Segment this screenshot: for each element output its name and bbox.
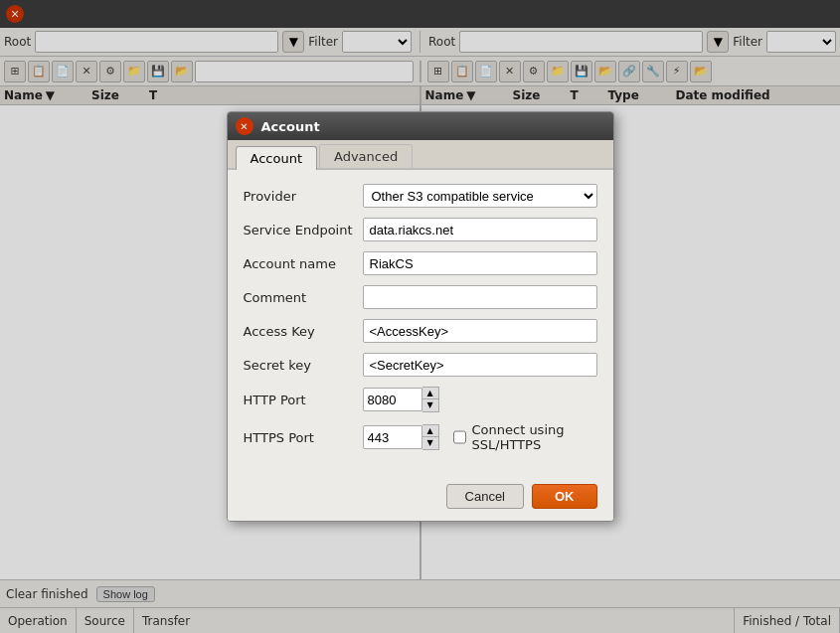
modal-body: Provider Other S3 compatible service Ama…: [228, 170, 613, 476]
modal-footer: Cancel OK: [228, 476, 613, 521]
account-name-label: Account name: [244, 256, 363, 271]
http-port-spinner: ▲ ▼: [363, 387, 439, 412]
account-name-row: Account name: [244, 251, 597, 275]
ssl-label: Connect using SSL/HTTPS: [472, 422, 597, 452]
tab-advanced[interactable]: Advanced: [319, 144, 413, 168]
http-port-up-btn[interactable]: ▲: [422, 388, 438, 399]
service-endpoint-row: Service Endpoint: [244, 218, 597, 241]
https-port-input[interactable]: [363, 425, 422, 449]
http-port-down-btn[interactable]: ▼: [422, 399, 438, 411]
modal-tabs: Account Advanced: [228, 140, 613, 170]
access-key-label: Access Key: [244, 324, 363, 339]
http-port-spinner-btns: ▲ ▼: [422, 387, 439, 412]
ok-button[interactable]: OK: [532, 484, 597, 509]
provider-row: Provider Other S3 compatible service Ama…: [244, 184, 597, 208]
service-endpoint-input[interactable]: [363, 218, 597, 241]
https-port-label: HTTPS Port: [244, 430, 363, 445]
tab-account[interactable]: Account: [236, 146, 318, 170]
modal-close-button[interactable]: ✕: [236, 117, 253, 135]
http-port-label: HTTP Port: [244, 393, 363, 407]
comment-row: Comment: [244, 285, 597, 309]
modal-title: Account: [261, 119, 320, 134]
secret-key-label: Secret key: [244, 358, 363, 373]
comment-input[interactable]: [363, 285, 597, 309]
cancel-button[interactable]: Cancel: [446, 484, 524, 509]
https-port-spinner-btns: ▲ ▼: [422, 424, 439, 450]
provider-label: Provider: [244, 189, 363, 204]
access-key-input[interactable]: [363, 319, 597, 343]
service-endpoint-label: Service Endpoint: [244, 223, 363, 237]
access-key-row: Access Key: [244, 319, 597, 343]
secret-key-row: Secret key: [244, 353, 597, 377]
provider-select[interactable]: Other S3 compatible service Amazon S3 Go…: [363, 184, 597, 208]
https-port-section: ▲ ▼ Connect using SSL/HTTPS: [363, 422, 597, 452]
modal-titlebar: ✕ Account: [228, 112, 613, 140]
http-port-input[interactable]: [363, 388, 422, 411]
https-port-spinner: ▲ ▼: [363, 424, 439, 450]
account-name-input[interactable]: [363, 251, 597, 275]
secret-key-input[interactable]: [363, 353, 597, 377]
https-port-row: HTTPS Port ▲ ▼ Connect using SSL/HTTPS: [244, 422, 597, 452]
ssl-checkbox-row: Connect using SSL/HTTPS: [453, 422, 597, 452]
comment-label: Comment: [244, 290, 363, 305]
https-port-up-btn[interactable]: ▲: [422, 425, 438, 437]
http-port-row: HTTP Port ▲ ▼: [244, 387, 597, 412]
modal-overlay: ✕ Account Account Advanced Provider Othe…: [0, 0, 840, 633]
ssl-checkbox[interactable]: [453, 430, 466, 444]
https-port-down-btn[interactable]: ▼: [422, 437, 438, 449]
account-modal: ✕ Account Account Advanced Provider Othe…: [227, 111, 614, 522]
